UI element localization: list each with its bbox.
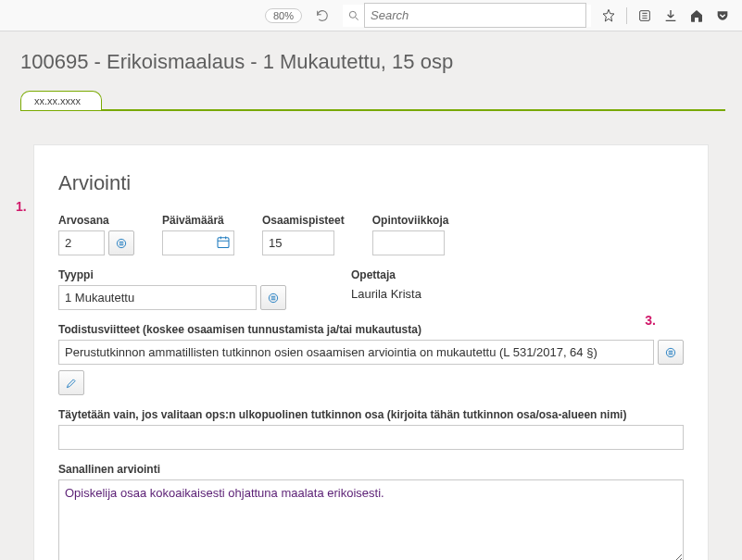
svg-line-1: [356, 17, 358, 19]
field-osaamispisteet: Osaamispisteet: [262, 214, 345, 255]
ops-ulkopuolinen-input[interactable]: [58, 425, 684, 450]
search-icon: [347, 9, 360, 22]
page-content: 100695 - Erikoismaalaus - 1 Mukautettu, …: [0, 31, 742, 560]
reload-button[interactable]: [311, 5, 333, 27]
field-sanallinen: Sanallinen arviointi: [58, 463, 684, 560]
field-arvosana: Arvosana: [58, 214, 134, 255]
svg-point-0: [349, 11, 356, 18]
arvosana-label: Arvosana: [58, 214, 134, 227]
tyyppi-lookup-button[interactable]: [260, 285, 286, 310]
separator: [626, 7, 627, 24]
todistusviitteet-label: Todistusviitteet (koskee osaamisen tunnu…: [58, 323, 684, 336]
arvosana-input[interactable]: [58, 230, 105, 255]
ops-ulkopuolinen-label: Täytetään vain, jos valitaan ops:n ulkop…: [58, 408, 684, 421]
opintoviikkoja-input[interactable]: [372, 230, 445, 255]
opintoviikkoja-label: Opintoviikkoja: [372, 214, 449, 227]
list-icon: [267, 292, 280, 305]
page-title: 100695 - Erikoismaalaus - 1 Mukautettu, …: [17, 31, 725, 85]
field-tyyppi: Tyyppi: [58, 268, 286, 310]
library-icon[interactable]: [636, 7, 653, 24]
search-field[interactable]: [343, 5, 591, 27]
toolbar-icons: [600, 7, 736, 24]
row-2: Tyyppi Opettaja Laurila Krista: [58, 268, 684, 310]
arviointi-card: 1. 2. 3. Arviointi Arvosana Päivämäärä: [33, 144, 709, 560]
field-opettaja: Opettaja Laurila Krista: [351, 268, 421, 310]
list-icon: [115, 237, 128, 250]
todistusviitteet-edit-button[interactable]: [58, 370, 84, 395]
field-opintoviikkoja: Opintoviikkoja: [372, 214, 449, 255]
downloads-icon[interactable]: [662, 7, 679, 24]
osaamispisteet-label: Osaamispisteet: [262, 214, 345, 227]
tyyppi-label: Tyyppi: [58, 268, 286, 281]
todistusviitteet-lookup-button[interactable]: [658, 340, 684, 365]
opettaja-value: Laurila Krista: [351, 285, 421, 301]
opettaja-label: Opettaja: [351, 268, 421, 281]
field-paivamaara: Päivämäärä: [162, 214, 234, 255]
osaamispisteet-input[interactable]: [262, 230, 334, 255]
field-todistusviitteet: Todistusviitteet (koskee osaamisen tunnu…: [58, 323, 684, 395]
field-ops-ulkopuolinen: Täytetään vain, jos valitaan ops:n ulkop…: [58, 408, 684, 450]
todistusviitteet-input[interactable]: [58, 340, 654, 365]
arvosana-lookup-button[interactable]: [108, 230, 134, 255]
annotation-1: 1.: [16, 199, 27, 214]
tab-date[interactable]: xx.xx.xxxx: [20, 91, 102, 110]
home-icon[interactable]: [688, 7, 705, 24]
tab-strip: xx.xx.xxxx: [20, 85, 725, 111]
pocket-icon[interactable]: [714, 7, 731, 24]
arviointi-heading: Arviointi: [58, 171, 684, 195]
reload-icon: [315, 8, 330, 23]
sanallinen-textarea[interactable]: [58, 479, 684, 560]
tyyppi-input[interactable]: [58, 285, 257, 310]
sanallinen-label: Sanallinen arviointi: [58, 463, 684, 476]
zoom-badge[interactable]: 80%: [265, 8, 302, 23]
paivamaara-input[interactable]: [162, 230, 234, 255]
paivamaara-label: Päivämäärä: [162, 214, 234, 227]
bookmark-star-icon[interactable]: [600, 7, 617, 24]
pencil-icon: [65, 377, 78, 390]
list-icon: [664, 346, 677, 359]
row-1: Arvosana Päivämäärä Osaami: [58, 214, 684, 255]
search-input[interactable]: [364, 3, 586, 28]
browser-toolbar: 80%: [0, 0, 742, 31]
